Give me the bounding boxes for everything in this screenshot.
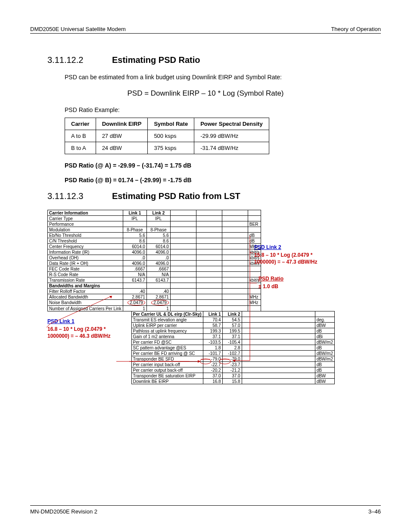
section-title: Estimating PSD Ratio from LST — [112, 191, 240, 201]
psd-th-carrier: Carrier — [65, 118, 96, 130]
table-row: Downlink BE EIRP16.815.8dBW — [47, 379, 334, 384]
table-row: Per carrier FD @SC-103.5-105.4dBW/m2 — [47, 339, 334, 345]
table-row: Data Rate (IR + OH)4096.04096.0kbit/s — [48, 261, 261, 266]
psd-ratio-b: PSD Ratio (@ B) = 01.74 – (-29.99) = -1.… — [65, 177, 381, 184]
table-row: FEC Code Rate.6667.6667 — [48, 266, 261, 272]
example-label: PSD Ratio Example: — [65, 106, 381, 113]
intro-text: PSD can be estimated from a link budget … — [65, 74, 381, 81]
table-row: Carrier TypeIPLIPL — [48, 216, 261, 221]
table-row: SC pattern advantage @ES1.82.8dB — [47, 345, 334, 351]
table-row: Overhead (OH).0.0kbit/s — [48, 255, 261, 261]
table-row: Center Frequency6014.06014.0MHz — [48, 244, 261, 249]
lst-col-header: Link 1 — [123, 210, 146, 216]
lst-col-header — [170, 210, 196, 216]
lst-section-header: Carrier Information — [48, 210, 123, 216]
psd-ratio-value: ± 1.0 dB — [258, 283, 283, 290]
psd-th-psd: Power Spectral Density — [194, 118, 269, 130]
psd-link1-calc: 16.8 – 10 * Log (2.0479 * 1000000) = – 4… — [47, 326, 116, 339]
table-row: Modulation8-Phase8-Phase — [48, 227, 261, 233]
psd-ratio-a: PSD Ratio (@ A) = -29.99 – (-31.74) = 1.… — [65, 162, 381, 169]
table-row: Filter Rolloff Factor.40.40 — [48, 289, 261, 294]
psd-ratio-note: PSD Ratio ± 1.0 dB — [258, 276, 283, 290]
table-row: Transponder BE saturation EIRP37.037.0dB… — [47, 373, 334, 379]
psd-link2-calc: 15.8 – 10 * Log (2.0479 * 1000000) = – 4… — [254, 252, 327, 265]
psd-example-table: Carrier Downlink EIRP Symbol Rate Power … — [65, 118, 269, 154]
lst-col-header — [248, 210, 261, 216]
table-row: R-S Code RateN/AN/A — [48, 272, 261, 277]
page-footer: MN-DMD2050E Revision 2 3–46 — [30, 505, 381, 515]
lst-col-header: Link 2 — [146, 210, 170, 216]
lst-col-header — [222, 210, 248, 216]
psd-link2-note: PSD Link 2 15.8 – 10 * Log (2.0479 * 100… — [254, 244, 327, 265]
lst-container: Carrier InformationLink 1Link 2Carrier T… — [30, 210, 381, 384]
psd-link1-title: PSD Link 1 — [47, 318, 116, 324]
footer-left: MN-DMD2050E Revision 2 — [30, 508, 97, 515]
table-row: PerformanceBER — [48, 221, 261, 227]
table-row: Eb/No Threshold5.65.6dB — [48, 233, 261, 238]
section-number: 3.11.12.2 — [47, 55, 112, 65]
section-heading-psd-ratio: 3.11.12.2 Estimating PSD Ratio — [47, 55, 381, 65]
table-row: Transmission Rate6143.76143.7kbit/s — [48, 277, 261, 283]
page-header: DMD2050E Universal Satellite Modem Theor… — [30, 26, 381, 34]
psd-link1-note: PSD Link 1 16.8 – 10 * Log (2.0479 * 100… — [47, 318, 116, 339]
psd-link2-title: PSD Link 2 — [254, 244, 327, 250]
table-row: Noise Bandwidth2.04792.0479MHz — [48, 300, 261, 306]
table-row: Per carrier input back-off-22.7-23.7dB — [47, 362, 334, 367]
table-row: A to B 27 dBW 500 ksps -29.99 dBW/Hz — [65, 130, 269, 142]
psd-th-sr: Symbol Rate — [148, 118, 194, 130]
eirp-header: Per Carrier UL & DL eirp (Clr-Sky) — [131, 311, 203, 317]
lst-bandwidths-header: Bandwidths and Margins — [48, 283, 123, 289]
circled-value: 2.0479 — [151, 300, 169, 305]
table-row: Per carrier output back-off-20.2-21.2dB — [47, 367, 334, 373]
table-row: Per carrier BE FD arriving @ SC-101.7-10… — [47, 351, 334, 356]
table-row: B to A 24 dBW 375 ksps -31.74 dBW/Hz — [65, 142, 269, 154]
table-row: C/N Threshold8.68.6dB — [48, 238, 261, 244]
section-title: Estimating PSD Ratio — [112, 55, 200, 65]
table-row: Number of Assigned Carriers Per Link11 — [48, 306, 261, 311]
lst-col-header — [196, 210, 222, 216]
table-row: Information Rate (IR)4096.04096.0kbit/s — [48, 249, 261, 255]
section-heading-lst: 3.11.12.3 Estimating PSD Ratio from LST — [47, 191, 381, 201]
footer-right: 3–46 — [368, 508, 381, 515]
table-row: Allocated Bandwidth2.86712.8671MHz — [48, 294, 261, 300]
table-row: Transponder BE SFD-79.0-79.0dBW/m2 — [47, 356, 334, 362]
header-left: DMD2050E Universal Satellite Modem — [30, 26, 126, 32]
lst-table: Carrier InformationLink 1Link 2Carrier T… — [47, 210, 261, 311]
header-right: Theory of Operation — [331, 26, 381, 32]
psd-formula: PSD = Downlink EIRP – 10 * Log (Symbol R… — [30, 89, 381, 98]
psd-ratio-title: PSD Ratio — [258, 276, 283, 282]
circled-value: 2.0479 — [128, 300, 145, 305]
section-number: 3.11.12.3 — [47, 191, 112, 201]
psd-th-eirp: Downlink EIRP — [96, 118, 148, 130]
